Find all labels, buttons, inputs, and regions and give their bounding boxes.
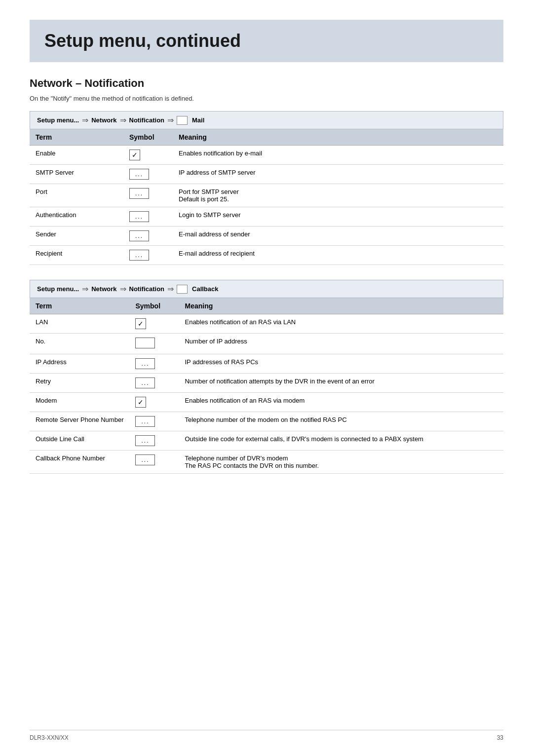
cell-symbol [129, 334, 179, 354]
symbol-check: ✓ [135, 397, 146, 408]
cell-symbol: ... [129, 431, 179, 451]
table-row: Recipient...E-mail address of recipient [30, 246, 503, 265]
col-term-2: Term [30, 298, 129, 314]
cell-term: No. [30, 334, 129, 354]
nav-callback: Callback [192, 285, 218, 293]
cell-symbol: ✓ [129, 393, 179, 412]
table-row: Authentication...Login to SMTP server [30, 207, 503, 227]
page-footer: DLR3-XXN/XX 33 [30, 730, 503, 741]
nav-arrow-2c: ⇒ [167, 284, 174, 294]
symbol-dots: ... [135, 378, 155, 388]
symbol-plain [135, 338, 155, 348]
cell-meaning: Telephone number of DVR's modemThe RAS P… [179, 451, 503, 474]
table-row: Retry...Number of notification attempts … [30, 374, 503, 393]
table-row: Port...Port for SMTP serverDefault is po… [30, 184, 503, 207]
table-row: Modem✓Enables notification of an RAS via… [30, 393, 503, 412]
col-term-1: Term [30, 129, 123, 146]
table-row: No.Number of IP address [30, 334, 503, 354]
nav-notification-1: Notification [129, 116, 165, 124]
table-row: Remote Server Phone Number...Telephone n… [30, 412, 503, 431]
cell-symbol: ... [129, 374, 179, 393]
symbol-dots: ... [135, 358, 155, 369]
cell-term: Authentication [30, 207, 123, 227]
symbol-dots: ... [129, 230, 149, 241]
breadcrumb-1: Setup menu... ⇒ Network ⇒ Notification ⇒… [30, 111, 503, 129]
cell-symbol: ... [123, 246, 173, 265]
cell-symbol: ... [123, 227, 173, 246]
table-row: SMTP Server...IP address of SMTP server [30, 165, 503, 184]
nav-icon-callback [177, 285, 188, 294]
cell-term: SMTP Server [30, 165, 123, 184]
table-row: LAN✓Enables notification of an RAS via L… [30, 314, 503, 334]
section-description: On the "Notify" menu the method of notif… [30, 95, 503, 102]
breadcrumb-2: Setup menu... ⇒ Network ⇒ Notification ⇒… [30, 280, 503, 298]
nav-setup-menu-2: Setup menu... [37, 285, 79, 293]
table-row: IP Address...IP addresses of RAS PCs [30, 354, 503, 374]
symbol-dots: ... [129, 211, 149, 222]
symbol-dots: ... [129, 188, 149, 199]
col-meaning-1: Meaning [173, 129, 503, 146]
cell-meaning: Telephone number of the modem on the not… [179, 412, 503, 431]
cell-symbol: ✓ [123, 146, 173, 165]
table-row: Enable✓Enables notification by e-mail [30, 146, 503, 165]
section-title: Network – Notification [30, 77, 503, 90]
table-row: Callback Phone Number...Telephone number… [30, 451, 503, 474]
symbol-dots: ... [129, 250, 149, 261]
footer-right: 33 [497, 734, 503, 741]
cell-symbol: ... [123, 207, 173, 227]
cell-term: Recipient [30, 246, 123, 265]
nav-arrow-1c: ⇒ [167, 115, 174, 125]
cell-term: Callback Phone Number [30, 451, 129, 474]
nav-arrow-1b: ⇒ [120, 115, 126, 125]
table-row: Sender...E-mail address of sender [30, 227, 503, 246]
nav-arrow-2a: ⇒ [82, 284, 88, 294]
nav-arrow-2b: ⇒ [120, 284, 126, 294]
cell-meaning: Number of IP address [179, 334, 503, 354]
cell-meaning: Outside line code for external calls, if… [179, 431, 503, 451]
page-header: Setup menu, continued [30, 20, 503, 62]
symbol-check: ✓ [135, 318, 146, 329]
nav-network-1: Network [91, 116, 116, 124]
cell-meaning: IP address of SMTP server [173, 165, 503, 184]
cell-symbol: ... [129, 451, 179, 474]
cell-meaning: Enables notification by e-mail [173, 146, 503, 165]
symbol-check: ✓ [129, 150, 140, 160]
table-mail: Term Symbol Meaning Enable✓Enables notif… [30, 129, 503, 265]
nav-setup-menu-1: Setup menu... [37, 116, 79, 124]
cell-meaning: Port for SMTP serverDefault is port 25. [173, 184, 503, 207]
col-symbol-1: Symbol [123, 129, 173, 146]
cell-term: IP Address [30, 354, 129, 374]
table-callback: Term Symbol Meaning LAN✓Enables notifica… [30, 298, 503, 474]
cell-meaning: E-mail address of sender [173, 227, 503, 246]
cell-term: LAN [30, 314, 129, 334]
symbol-dots: ... [129, 169, 149, 180]
cell-term: Modem [30, 393, 129, 412]
symbol-dots: ... [135, 454, 155, 465]
cell-term: Outside Line Call [30, 431, 129, 451]
cell-term: Retry [30, 374, 129, 393]
page-title: Setup menu, continued [44, 31, 489, 51]
table-row: Outside Line Call...Outside line code fo… [30, 431, 503, 451]
symbol-dots: ... [135, 435, 155, 446]
cell-term: Sender [30, 227, 123, 246]
cell-meaning: Number of notification attempts by the D… [179, 374, 503, 393]
cell-meaning: Enables notification of an RAS via modem [179, 393, 503, 412]
page: Setup menu, continued Network – Notifica… [0, 0, 533, 518]
cell-meaning: Enables notification of an RAS via LAN [179, 314, 503, 334]
cell-meaning: Login to SMTP server [173, 207, 503, 227]
cell-symbol: ✓ [129, 314, 179, 334]
cell-symbol: ... [129, 412, 179, 431]
nav-arrow-1a: ⇒ [82, 115, 88, 125]
nav-network-2: Network [91, 285, 116, 293]
symbol-dots: ... [135, 416, 155, 427]
cell-meaning: E-mail address of recipient [173, 246, 503, 265]
col-symbol-2: Symbol [129, 298, 179, 314]
nav-icon-mail [177, 116, 188, 125]
cell-term: Port [30, 184, 123, 207]
cell-symbol: ... [123, 184, 173, 207]
cell-term: Enable [30, 146, 123, 165]
cell-meaning: IP addresses of RAS PCs [179, 354, 503, 374]
cell-symbol: ... [123, 165, 173, 184]
cell-symbol: ... [129, 354, 179, 374]
nav-mail: Mail [192, 116, 204, 124]
